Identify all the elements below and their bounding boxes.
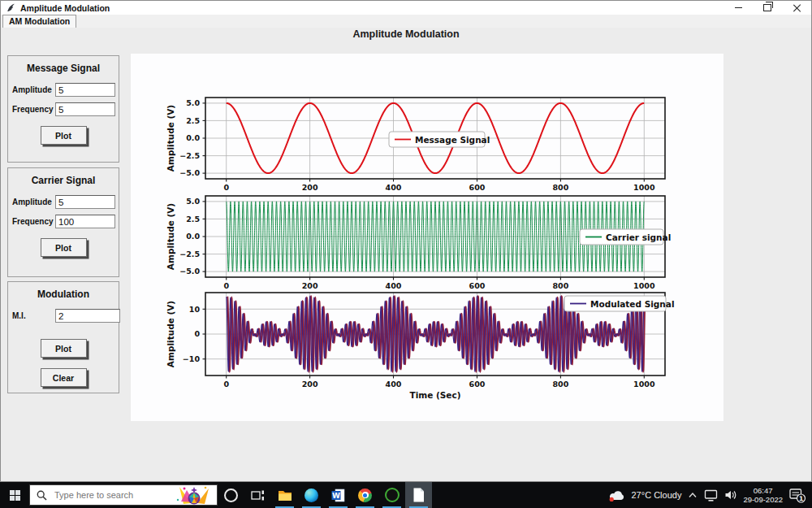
carrier-amplitude-field[interactable] xyxy=(55,195,115,209)
svg-text:Time (Sec): Time (Sec) xyxy=(410,390,461,400)
svg-text:−5.0: −5.0 xyxy=(179,168,200,177)
svg-text:W: W xyxy=(332,492,340,500)
mi-label: M.I. xyxy=(12,311,55,320)
weather-cloud-icon xyxy=(608,488,625,502)
system-tray: 27°C Cloudy 06:47 29-09-2022 1 xyxy=(608,486,812,504)
notification-badge: 1 xyxy=(799,494,803,501)
restore-icon xyxy=(763,4,771,11)
green-ring-icon xyxy=(385,488,400,502)
group-title: Modulation xyxy=(8,289,119,300)
file-explorer-icon xyxy=(278,489,292,501)
svg-text:−2.5: −2.5 xyxy=(179,151,200,160)
close-icon xyxy=(793,4,801,11)
modulation-group: Modulation M.I. Plot Clear xyxy=(7,281,119,393)
svg-text:5.0: 5.0 xyxy=(186,98,200,107)
tab-am-modulation[interactable]: AM Modulation xyxy=(2,15,76,28)
taskbar: W 27°C Cloudy 06:47 2 xyxy=(0,482,812,508)
svg-text:0: 0 xyxy=(223,380,229,389)
clear-button[interactable]: Clear xyxy=(41,368,87,387)
svg-text:−2.5: −2.5 xyxy=(179,250,200,258)
svg-text:−5.0: −5.0 xyxy=(179,267,200,276)
carrier-signal-group: Carrier Signal Amplitude Frequency Plot xyxy=(7,167,119,277)
svg-text:0.0: 0.0 xyxy=(186,133,200,142)
svg-text:1000: 1000 xyxy=(633,380,655,389)
message-plot-button[interactable]: Plot xyxy=(41,126,87,145)
clock[interactable]: 06:47 29-09-2022 xyxy=(743,486,783,504)
svg-text:10: 10 xyxy=(189,305,201,314)
cortana-icon xyxy=(224,488,238,502)
group-title: Message Signal xyxy=(8,63,119,74)
clock-date: 29-09-2022 xyxy=(743,495,783,504)
app-window: Amplitude Modulation AM Modulation Ampli… xyxy=(0,0,812,482)
action-center-icon[interactable]: 1 xyxy=(789,488,806,503)
modulated-signal-chart: 02004006008001000100−10Amplitude (V)Time… xyxy=(155,281,683,410)
weather-condition: Cloudy xyxy=(654,490,681,500)
search-icon xyxy=(37,490,47,501)
svg-text:Modulated Signal: Modulated Signal xyxy=(590,299,675,309)
frequency-label: Frequency xyxy=(12,105,55,114)
start-button[interactable] xyxy=(0,482,29,508)
svg-text:600: 600 xyxy=(469,380,486,389)
minimize-icon xyxy=(735,7,742,9)
svg-text:Message Signal: Message Signal xyxy=(415,135,490,145)
clock-time: 06:47 xyxy=(743,486,783,495)
svg-text:400: 400 xyxy=(386,380,402,389)
plot-panel: 020040060080010005.02.50.0−2.5−5.0Amplit… xyxy=(131,54,723,421)
chrome-button[interactable] xyxy=(352,482,378,508)
client-area: Amplitude Modulation Message Signal Ampl… xyxy=(1,28,811,481)
word-button[interactable]: W xyxy=(325,482,352,508)
carrier-frequency-field[interactable] xyxy=(55,215,115,228)
svg-text:0.0: 0.0 xyxy=(186,232,200,241)
svg-text:200: 200 xyxy=(302,380,318,389)
amplitude-label: Amplitude xyxy=(12,198,55,206)
svg-text:2.5: 2.5 xyxy=(186,116,200,125)
modulation-index-field[interactable] xyxy=(55,309,120,323)
file-explorer-button[interactable] xyxy=(271,482,298,508)
weather-temperature: 27°C xyxy=(632,490,652,500)
message-frequency-field[interactable] xyxy=(55,102,115,116)
show-hidden-icons-chevron[interactable] xyxy=(688,492,698,498)
close-button[interactable] xyxy=(782,1,811,15)
svg-text:0: 0 xyxy=(194,329,200,338)
task-view-button[interactable] xyxy=(244,482,271,508)
message-signal-chart: 020040060080010005.02.50.0−2.5−5.0Amplit… xyxy=(155,86,683,196)
document-icon xyxy=(412,488,425,502)
svg-text:2.5: 2.5 xyxy=(186,215,200,224)
title-bar: Amplitude Modulation xyxy=(1,1,811,15)
page-title: Amplitude Modulation xyxy=(1,28,811,40)
green-ring-app-button[interactable] xyxy=(378,482,405,508)
app-feather-icon xyxy=(6,2,16,13)
svg-text:Carrier signal: Carrier signal xyxy=(606,232,671,242)
active-app-button[interactable] xyxy=(405,482,432,508)
search-input[interactable] xyxy=(53,489,173,501)
svg-text:5.0: 5.0 xyxy=(186,197,200,206)
svg-text:−10: −10 xyxy=(183,354,201,363)
word-icon: W xyxy=(331,488,345,502)
message-amplitude-field[interactable] xyxy=(55,83,115,97)
maximize-button[interactable] xyxy=(753,1,782,15)
group-title: Carrier Signal xyxy=(8,175,119,186)
volume-icon[interactable] xyxy=(724,489,736,501)
cortana-button[interactable] xyxy=(218,482,244,508)
chrome-icon xyxy=(358,488,372,502)
modulation-plot-button[interactable]: Plot xyxy=(41,339,87,358)
minimize-button[interactable] xyxy=(723,1,753,15)
carrier-signal-chart: 020040060080010005.02.50.0−2.5−5.0Amplit… xyxy=(155,184,683,293)
svg-text:Amplitude (V): Amplitude (V) xyxy=(166,203,175,270)
weather-text[interactable]: 27°C Cloudy xyxy=(632,490,682,500)
tab-bar: AM Modulation xyxy=(1,15,811,28)
svg-text:Amplitude (V): Amplitude (V) xyxy=(166,301,175,367)
svg-text:Amplitude (V): Amplitude (V) xyxy=(166,105,175,172)
search-highlight-icon xyxy=(173,485,215,506)
task-view-icon xyxy=(251,489,265,501)
taskbar-search[interactable] xyxy=(29,484,218,506)
message-signal-group: Message Signal Amplitude Frequency Plot xyxy=(7,55,119,163)
windows-logo-icon xyxy=(10,490,20,501)
svg-text:800: 800 xyxy=(552,380,568,389)
frequency-label: Frequency xyxy=(12,217,55,226)
edge-button[interactable] xyxy=(298,482,325,508)
carrier-plot-button[interactable]: Plot xyxy=(41,238,87,257)
amplitude-label: Amplitude xyxy=(12,85,55,94)
network-icon[interactable] xyxy=(704,489,718,501)
edge-icon xyxy=(304,488,318,502)
